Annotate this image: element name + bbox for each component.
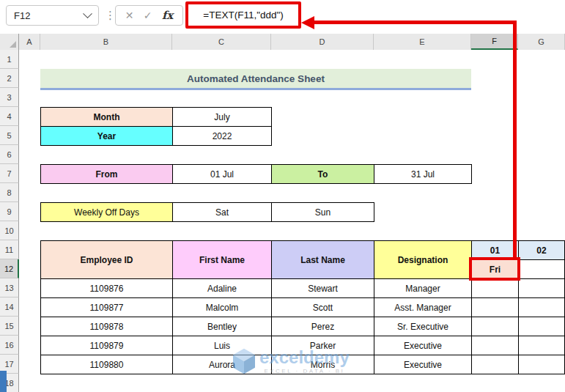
attendance-cell-empty[interactable] xyxy=(471,336,519,355)
designation-cell[interactable]: Sr. Executive xyxy=(374,317,472,336)
last-name-cell[interactable]: Morris xyxy=(271,355,374,374)
from-value-cell[interactable]: 01 Jul xyxy=(172,164,272,184)
insert-function-icon[interactable]: fx xyxy=(162,9,173,22)
row-header-7[interactable]: 7 xyxy=(0,164,19,183)
row-header-16[interactable]: 16 xyxy=(0,336,19,355)
name-box[interactable]: F12 xyxy=(6,5,99,26)
first-name-cell[interactable]: Bentley xyxy=(172,317,272,336)
column-header-f-selected[interactable]: F xyxy=(471,34,518,50)
employee-id-cell[interactable]: 1109880 xyxy=(40,355,173,374)
first-name-cell[interactable]: Malcolm xyxy=(172,297,272,317)
column-header-d[interactable]: D xyxy=(271,34,374,50)
row-header-15[interactable]: 15 xyxy=(0,317,19,336)
row-header-1[interactable]: 1 xyxy=(0,50,19,69)
annotation-arrowhead xyxy=(301,16,314,29)
last-name-cell[interactable]: Perez xyxy=(271,317,374,336)
weekly-off-day1-cell[interactable]: Sat xyxy=(172,202,272,222)
attendance-cell-empty[interactable] xyxy=(471,317,519,336)
attendance-cell-empty[interactable] xyxy=(518,297,565,317)
annotation-red-frame-f12 xyxy=(469,257,520,281)
attendance-cell-empty[interactable] xyxy=(518,336,565,355)
row-header-12-selected[interactable]: 12 xyxy=(0,259,19,278)
header-day-02[interactable]: 02 xyxy=(518,240,565,260)
from-label-cell[interactable]: From xyxy=(40,164,173,184)
column-header-g[interactable]: G xyxy=(518,34,565,50)
attendance-cell-empty[interactable] xyxy=(471,355,519,374)
row-header-11[interactable]: 11 xyxy=(0,240,19,259)
formula-controls: ✕ ✓ fx xyxy=(115,5,183,26)
name-box-value: F12 xyxy=(14,10,30,21)
window-edge-strip xyxy=(0,371,7,392)
last-name-cell[interactable]: Parker xyxy=(271,336,374,355)
column-header-c[interactable]: C xyxy=(172,34,271,50)
attendance-cell-empty[interactable] xyxy=(518,317,565,336)
excel-window: F12 ⋮ ✕ ✓ fx =TEXT(F11,"ddd") A B C D E … xyxy=(0,0,565,392)
column-header-b[interactable]: B xyxy=(40,34,172,50)
row-header-10[interactable]: 10 xyxy=(0,221,19,240)
chevron-down-icon[interactable] xyxy=(83,9,92,18)
designation-cell[interactable]: Executive xyxy=(374,336,472,355)
first-name-cell[interactable]: Luis xyxy=(172,336,272,355)
to-value-cell[interactable]: 31 Jul xyxy=(374,164,472,184)
to-label-cell[interactable]: To xyxy=(271,164,374,184)
row-header-13[interactable]: 13 xyxy=(0,278,19,297)
row-header-6[interactable]: 6 xyxy=(0,145,19,164)
year-value-cell[interactable]: 2022 xyxy=(172,126,272,146)
column-header-e[interactable]: E xyxy=(374,34,471,50)
designation-cell[interactable]: Asst. Manager xyxy=(374,297,472,317)
column-header-a[interactable]: A xyxy=(19,34,40,50)
row-header-8[interactable]: 8 xyxy=(0,183,19,202)
separator-dots-icon: ⋮ xyxy=(105,9,116,22)
select-all-corner[interactable] xyxy=(0,34,19,50)
formula-bar-region: F12 ⋮ ✕ ✓ fx =TEXT(F11,"ddd") xyxy=(0,0,565,34)
last-name-cell[interactable]: Stewart xyxy=(271,278,374,298)
formula-input[interactable]: =TEXT(F11,"ddd") xyxy=(185,1,301,29)
row-header-14[interactable]: 14 xyxy=(0,297,19,317)
row-header-4[interactable]: 4 xyxy=(0,107,19,126)
row-header-2[interactable]: 2 xyxy=(0,69,19,88)
annotation-arrow-vertical xyxy=(513,21,517,260)
confirm-icon[interactable]: ✓ xyxy=(144,10,152,21)
designation-cell[interactable]: Executive xyxy=(374,355,472,374)
annotation-arrow-horizontal xyxy=(314,21,517,24)
month-value-cell[interactable]: July xyxy=(172,107,272,127)
attendance-cell-empty[interactable] xyxy=(471,278,519,298)
first-name-cell[interactable]: Aurora xyxy=(172,355,272,374)
sheet-title-cell[interactable]: Automated Attendance Sheet xyxy=(40,69,471,90)
header-first-name[interactable]: First Name xyxy=(172,240,272,279)
weekly-off-day2-cell[interactable]: Sun xyxy=(271,202,374,222)
attendance-cell-empty[interactable] xyxy=(518,278,565,298)
formula-text: =TEXT(F11,"ddd") xyxy=(203,10,284,21)
header-designation[interactable]: Designation xyxy=(374,240,472,279)
employee-id-cell[interactable]: 1109879 xyxy=(40,336,173,355)
header-last-name[interactable]: Last Name xyxy=(271,240,374,279)
employee-id-cell[interactable]: 1109878 xyxy=(40,317,173,336)
row-header-3[interactable]: 3 xyxy=(0,88,19,107)
first-name-cell[interactable]: Adaline xyxy=(172,278,272,298)
weekly-off-label-cell[interactable]: Weekly Off Days xyxy=(40,202,173,222)
row-header-5[interactable]: 5 xyxy=(0,126,19,145)
employee-id-cell[interactable]: 1109877 xyxy=(40,297,173,317)
month-label-cell[interactable]: Month xyxy=(40,107,173,127)
attendance-cell-empty[interactable] xyxy=(471,297,519,317)
year-label-cell[interactable]: Year xyxy=(40,126,173,146)
cancel-icon[interactable]: ✕ xyxy=(125,10,134,21)
attendance-cell-empty[interactable] xyxy=(518,355,565,374)
last-name-cell[interactable]: Scott xyxy=(271,297,374,317)
employee-id-cell[interactable]: 1109876 xyxy=(40,278,173,298)
designation-cell[interactable]: Manager xyxy=(374,278,472,298)
row-header-9[interactable]: 9 xyxy=(0,202,19,221)
header-employee-id[interactable]: Employee ID xyxy=(40,240,173,279)
cell-g12[interactable] xyxy=(518,259,565,279)
